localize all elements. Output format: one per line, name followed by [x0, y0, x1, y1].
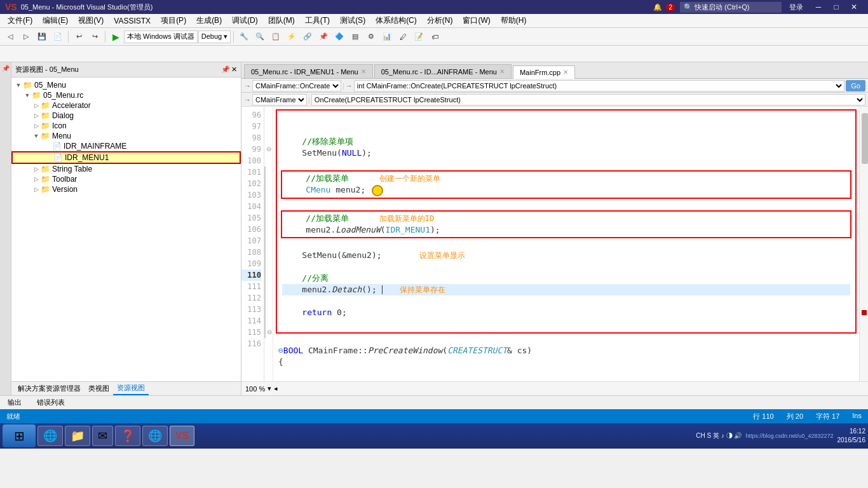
- menu-view[interactable]: 视图(V): [73, 14, 109, 27]
- close-button[interactable]: ✕: [845, 0, 863, 14]
- toolbar-play[interactable]: ▶: [108, 30, 123, 44]
- toolbar-btn5[interactable]: 🔗: [300, 30, 315, 44]
- tab-mainframe-menu[interactable]: 05_Menu.rc - ID...AINFRAME - Menu ✕: [374, 64, 512, 78]
- tree-item-rc[interactable]: ▼ 📁 05_Menu.rc: [11, 90, 241, 100]
- taskbar-item-mail[interactable]: ✉: [92, 426, 113, 446]
- tree-label-menu: Menu: [52, 132, 71, 140]
- start-button[interactable]: ⊞: [3, 424, 36, 447]
- tree-item-idr-mainframe[interactable]: 📄 IDR_MAINFRAME: [11, 141, 241, 151]
- menu-architecture[interactable]: 体系结构(C): [370, 14, 422, 27]
- toolbar-local-windows[interactable]: 本地 Windows 调试器: [124, 30, 198, 43]
- taskbar-item-vs[interactable]: VS: [170, 426, 194, 446]
- tree-expand-icon: ▼: [23, 92, 32, 98]
- toolbar-btn12[interactable]: 📝: [411, 30, 426, 44]
- tab-mainframe-menu-close[interactable]: ✕: [499, 68, 505, 75]
- tree-expand-icon: ▷: [32, 102, 41, 109]
- menu-tools[interactable]: 工具(T): [300, 14, 335, 27]
- tree-item-accelerator[interactable]: ▷ 📁 Accelerator: [11, 100, 241, 111]
- notification-bell[interactable]: 🔔: [653, 3, 662, 11]
- tab-mainfrm-cpp[interactable]: MainFrm.cpp ✕: [513, 65, 575, 79]
- nav-arrow2: →: [346, 82, 353, 90]
- tab-solution-explorer[interactable]: 解决方案资源管理器: [14, 383, 85, 395]
- zoom-down[interactable]: ▾: [268, 384, 271, 393]
- line-100: [282, 159, 850, 170]
- tree-expand-icon: ▷: [32, 176, 41, 182]
- toolbar-btn9[interactable]: ⚙: [363, 30, 379, 44]
- toolbar-btn13[interactable]: 🏷: [427, 30, 442, 44]
- nav-class-selector[interactable]: CMainFrame: [252, 94, 307, 105]
- toolbar-btn3[interactable]: 📋: [268, 30, 283, 44]
- toolbar-fwd[interactable]: ▷: [18, 30, 34, 44]
- tab-mainfrm-cpp-close[interactable]: ✕: [563, 69, 568, 76]
- sidebar-close[interactable]: ✕: [231, 65, 237, 74]
- menu-vassistx[interactable]: VASSISTX: [109, 15, 156, 27]
- minimize-button[interactable]: ─: [810, 0, 827, 14]
- toolbar-redo[interactable]: ↪: [87, 30, 102, 44]
- tree-item-version[interactable]: ▷ 📁 Version: [11, 184, 241, 194]
- code-112: [282, 308, 302, 317]
- taskbar-item-ie[interactable]: 🌐: [142, 426, 168, 446]
- tab-output[interactable]: 输出: [3, 396, 27, 409]
- menu-project[interactable]: 项目(P): [156, 14, 191, 27]
- folder-icon: 📁: [32, 91, 41, 100]
- tab-menu1[interactable]: 05_Menu.rc - IDR_MENU1 - Menu ✕: [244, 64, 373, 78]
- menu-file[interactable]: 文件(F): [3, 14, 37, 27]
- line-116: {: [278, 356, 854, 368]
- toolbar-btn6[interactable]: 📌: [316, 30, 331, 44]
- tree-item-icon[interactable]: ▷ 📁 Icon: [11, 121, 241, 131]
- sign-in-button[interactable]: 登录: [789, 3, 803, 12]
- tree-item-root[interactable]: ▼ 📁 05_Menu: [11, 80, 241, 90]
- toolbar-debug-dropdown[interactable]: Debug ▾: [198, 30, 231, 43]
- tree-item-dialog[interactable]: ▷ 📁 Dialog: [11, 111, 241, 121]
- menu-build[interactable]: 生成(B): [191, 14, 227, 27]
- toolbar-back[interactable]: ◁: [3, 30, 18, 44]
- tab-mainfrm-cpp-label: MainFrm.cpp: [520, 69, 560, 76]
- quick-launch-label: 快速启动 (Ctrl+Q): [695, 3, 749, 11]
- toolbar-btn2[interactable]: 🔍: [252, 30, 268, 44]
- file-icon-mainframe: 📄: [52, 142, 62, 151]
- toolbar-save2[interactable]: 📄: [50, 30, 65, 44]
- tree-item-menu[interactable]: ▼ 📁 Menu: [11, 131, 241, 141]
- comment-101: //加载菜单: [286, 173, 349, 183]
- line-115: ⊖BOOL CMainFrame::PreCreateWindow(CREATE…: [278, 345, 854, 356]
- tree-item-toolbar[interactable]: ▷ 📁 Toolbar: [11, 174, 241, 184]
- toolbar-btn4[interactable]: ⚡: [284, 30, 299, 44]
- sidebar-pin[interactable]: 📌: [221, 65, 230, 74]
- cmenu-type: CMenu: [306, 185, 330, 194]
- line-112: return 0;: [282, 307, 850, 318]
- toolbar-btn11[interactable]: 🖊: [395, 30, 410, 44]
- toolbar-btn10[interactable]: 📊: [379, 30, 395, 44]
- tab-error-list[interactable]: 错误列表: [32, 396, 70, 409]
- menu-team[interactable]: 团队(M): [263, 14, 300, 27]
- menu-window[interactable]: 窗口(W): [458, 14, 495, 27]
- tab-resource-view[interactable]: 资源视图: [113, 382, 149, 395]
- tree-item-string-table[interactable]: ▷ 📁 String Table: [11, 164, 241, 174]
- toolbar-btn8[interactable]: ▤: [348, 30, 363, 44]
- menu-help[interactable]: 帮助(H): [496, 14, 532, 27]
- scroll-thumb[interactable]: [862, 113, 868, 164]
- toolbar-btn7[interactable]: 🔷: [332, 30, 347, 44]
- nav-function-selector[interactable]: CMainFrame::OnCreate: [252, 80, 341, 92]
- menu-analyze[interactable]: 分析(N): [422, 14, 458, 27]
- toolbar-undo[interactable]: ↩: [71, 30, 86, 44]
- zoom-up[interactable]: ◂: [274, 384, 278, 393]
- sep1: [68, 31, 69, 43]
- menu-debug[interactable]: 调试(D): [227, 14, 263, 27]
- taskbar-item-browser[interactable]: 🌐: [37, 426, 63, 446]
- taskbar-item-folder[interactable]: 📁: [65, 426, 90, 446]
- go-button[interactable]: Go: [846, 80, 865, 92]
- maximize-button[interactable]: □: [827, 0, 845, 14]
- tree-item-idr-menu1[interactable]: 📄 IDR_MENU1: [11, 151, 241, 164]
- nav-oncreate-selector[interactable]: OnCreate(LPCREATESTRUCT lpCreateStruct): [311, 94, 865, 105]
- toolbar-save[interactable]: 💾: [34, 30, 50, 44]
- pin-icon[interactable]: 📌: [2, 65, 10, 72]
- tab-menu1-close[interactable]: ✕: [361, 68, 366, 75]
- menu-edit[interactable]: 编辑(E): [37, 14, 73, 27]
- quick-launch-box[interactable]: 🔍 快速启动 (Ctrl+Q): [680, 2, 782, 13]
- taskbar-item-help[interactable]: ❓: [115, 426, 140, 446]
- code-editor-content[interactable]: //移除菜单项 SetMenu(NULL); //加载菜单 创建一个新的菜单: [273, 107, 859, 381]
- tab-class-view[interactable]: 类视图: [85, 383, 113, 395]
- menu-test[interactable]: 测试(S): [335, 14, 370, 27]
- toolbar-btn1[interactable]: 🔧: [236, 30, 252, 44]
- nav-method-selector[interactable]: int CMainFrame::OnCreate(LPCREATESTRUCT …: [354, 80, 844, 92]
